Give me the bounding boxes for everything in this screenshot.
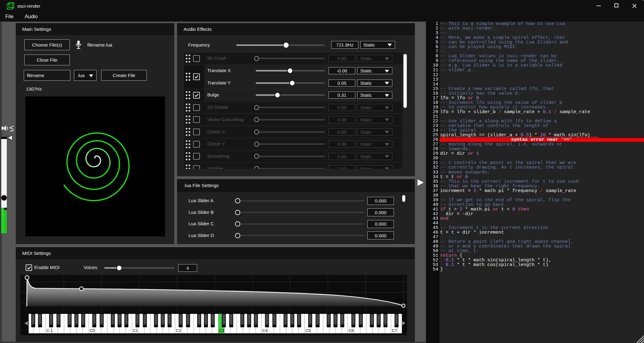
svg-text:C5: C5 [306, 329, 311, 333]
svg-text:C6: C6 [349, 329, 354, 333]
svg-text:C1: C1 [133, 329, 138, 333]
svg-text:C-1: C-1 [47, 329, 53, 333]
svg-text:C2: C2 [176, 329, 181, 333]
svg-text:C4: C4 [262, 329, 267, 333]
svg-text:C0: C0 [90, 329, 95, 333]
svg-text:C3: C3 [219, 329, 224, 333]
svg-text:C7: C7 [392, 329, 397, 333]
